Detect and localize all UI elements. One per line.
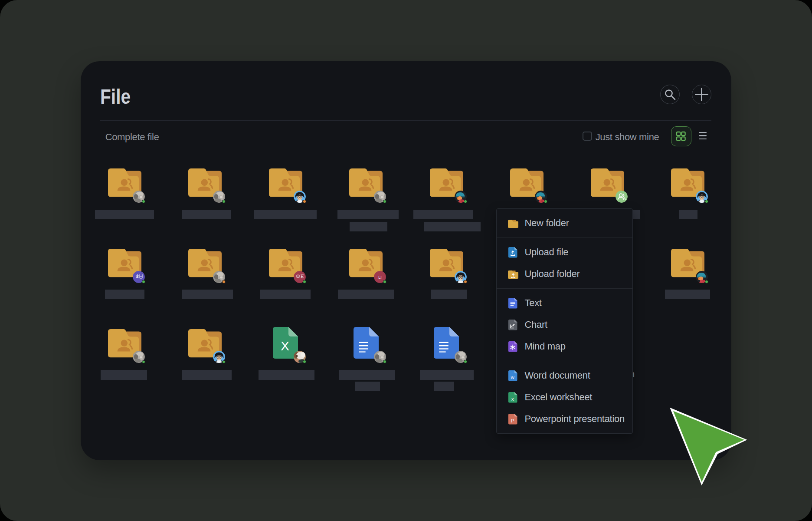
svg-text:LI: LI [378, 275, 382, 280]
